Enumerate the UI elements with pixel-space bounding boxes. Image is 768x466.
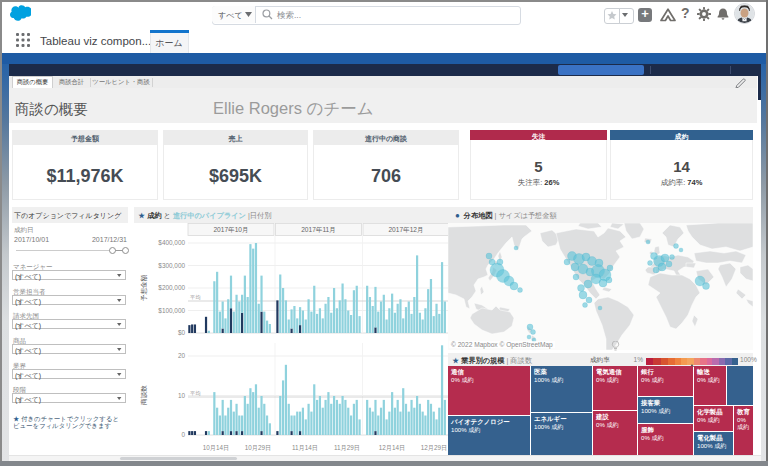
svg-text:0: 0 xyxy=(181,431,185,438)
svg-text:12月14日: 12月14日 xyxy=(379,444,406,452)
svg-text:$300,000: $300,000 xyxy=(158,262,185,269)
svg-text:$100,000: $100,000 xyxy=(158,307,185,314)
svg-text:2017年11月: 2017年11月 xyxy=(301,226,336,234)
svg-text:平均: 平均 xyxy=(190,294,200,300)
svg-text:商談数: 商談数 xyxy=(140,385,148,405)
svg-text:10: 10 xyxy=(178,392,186,399)
svg-text:$0: $0 xyxy=(178,329,186,336)
svg-text:$200,000: $200,000 xyxy=(158,284,185,291)
svg-text:11月14日: 11月14日 xyxy=(292,444,318,452)
svg-text:平均: 平均 xyxy=(190,390,200,396)
svg-text:20: 20 xyxy=(178,352,186,359)
svg-text:2017年10月: 2017年10月 xyxy=(213,226,248,234)
svg-text:10月29日: 10月29日 xyxy=(245,444,272,452)
svg-text:11月29日: 11月29日 xyxy=(334,444,360,452)
svg-text:$400,000: $400,000 xyxy=(158,239,185,246)
svg-text:12月29日: 12月29日 xyxy=(421,444,448,452)
svg-text:予想金額: 予想金額 xyxy=(140,274,148,301)
svg-text:2017年12月: 2017年12月 xyxy=(388,226,423,234)
svg-text:10月14日: 10月14日 xyxy=(203,444,230,452)
